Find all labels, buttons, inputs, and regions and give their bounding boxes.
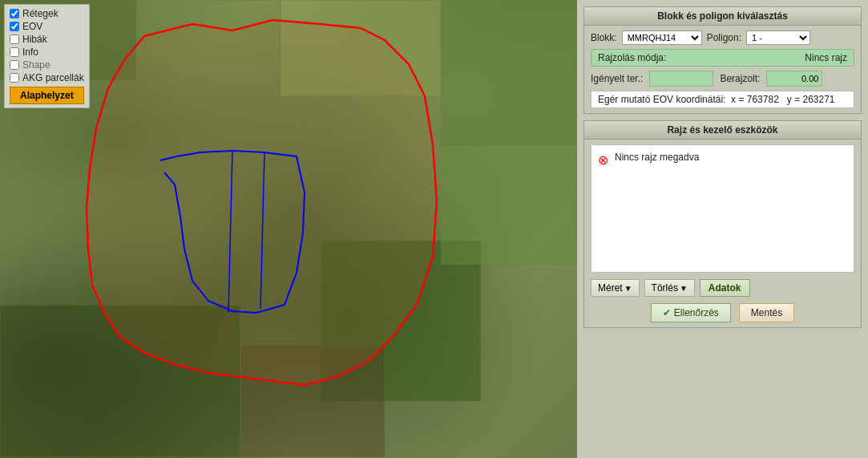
berajzolt-label: Berajzolt: (720, 73, 760, 84)
checkbox-shape[interactable]: Shape (10, 59, 84, 71)
blokk-panel-title: Blokk és poligon kiválasztás (584, 7, 861, 26)
checkbox-retegek[interactable]: Rétegek (10, 8, 84, 19)
checkbox-eov-input[interactable] (10, 22, 19, 31)
poligon-select[interactable]: 1 - (746, 30, 810, 45)
checkbox-eov[interactable]: EOV (10, 21, 84, 32)
checkbox-shape-label: Shape (22, 59, 50, 71)
blokk-select[interactable]: MMRQHJ14 (622, 30, 702, 45)
checkbox-shape-input[interactable] (10, 60, 19, 70)
meret-button[interactable]: Méret ▼ (591, 279, 640, 297)
left-panel: Rétegek EOV Hibák Info Shape AKG parcell… (4, 4, 90, 108)
tools-row: Méret ▼ Törlés ▼ Adatok (591, 279, 854, 297)
bottom-buttons: ✔ Ellenőrzés Mentés (591, 303, 854, 322)
adatok-button[interactable]: Adatok (700, 279, 750, 297)
meret-label: Méret (598, 282, 623, 294)
blokk-label: Blokk: (591, 32, 617, 43)
message-text: Nincs rajz megadva (615, 152, 699, 163)
blokk-poligon-row: Blokk: MMRQHJ14 Poligon: 1 - (591, 30, 854, 45)
checkmark-icon: ✔ (663, 307, 671, 318)
igenyli-ter-input[interactable] (649, 71, 713, 87)
berajzolt-input[interactable] (766, 71, 822, 87)
torles-arrow-icon: ▼ (680, 284, 688, 293)
koordinata-y: y = 263271 (787, 94, 835, 105)
checkbox-hibak-input[interactable] (10, 34, 19, 44)
ellenorzes-button[interactable]: ✔ Ellenőrzés (651, 303, 731, 322)
blokk-panel: Blokk és poligon kiválasztás Blokk: MMRQ… (583, 6, 862, 114)
checkbox-retegek-input[interactable] (10, 9, 19, 18)
message-box: ⊗ Nincs rajz megadva (591, 144, 854, 273)
checkbox-info[interactable]: Info (10, 47, 84, 58)
checkbox-info-label: Info (22, 47, 38, 58)
meret-arrow-icon: ▼ (624, 284, 632, 293)
mentes-button[interactable]: Mentés (739, 303, 794, 322)
rajzolas-label: Rajzolás módja: (598, 52, 666, 63)
rajzolas-row: Rajzolás módja: Nincs rajz (591, 49, 854, 67)
ellenorzes-label: Ellenőrzés (674, 307, 719, 318)
ter-row: Igényelt ter.: Berajzolt: (591, 71, 854, 87)
poligon-label: Poligon: (707, 32, 741, 43)
error-icon: ⊗ (598, 152, 608, 168)
rajzolas-value: Nincs rajz (805, 52, 847, 63)
svg-marker-0 (87, 20, 437, 385)
koordinata-row: Egér mutató EOV koordinátái: x = 763782 … (591, 91, 854, 108)
igenyli-ter-label: Igényelt ter.: (591, 73, 643, 84)
right-panels: Blokk és poligon kiválasztás Blokk: MMRQ… (577, 0, 868, 458)
checkbox-akg-input[interactable] (10, 73, 19, 83)
checkbox-hibak-label: Hibák (22, 34, 47, 45)
alaphelyzet-button[interactable]: Alaphelyzet (10, 87, 84, 104)
checkbox-hibak[interactable]: Hibák (10, 34, 84, 45)
torles-label: Törlés (652, 282, 678, 294)
checkbox-akg[interactable]: AKG parcellák (10, 72, 84, 83)
koordinata-label: Egér mutató EOV koordinátái: (598, 94, 725, 105)
rajz-panel-title: Rajz és kezelő eszközök (584, 121, 861, 140)
checkbox-eov-label: EOV (22, 21, 42, 32)
checkbox-retegek-label: Rétegek (22, 8, 59, 19)
koordinata-x: x = 763782 (731, 94, 779, 105)
checkbox-info-input[interactable] (10, 47, 19, 57)
torles-button[interactable]: Törlés ▼ (644, 279, 695, 297)
rajz-panel: Rajz és kezelő eszközök ⊗ Nincs rajz meg… (583, 120, 862, 328)
checkbox-akg-label: AKG parcellák (22, 72, 84, 83)
